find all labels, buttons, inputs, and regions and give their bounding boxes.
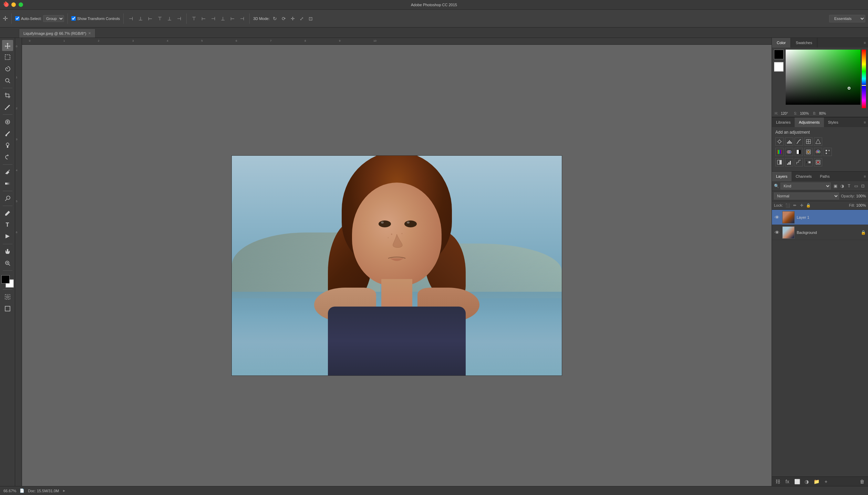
filter-pixel-btn[interactable]: ▣ xyxy=(832,183,838,189)
layer-visibility-icon[interactable]: 👁 xyxy=(774,229,780,236)
brush-tool-btn[interactable] xyxy=(2,128,13,139)
tab-layers[interactable]: Layers xyxy=(772,172,792,181)
marquee-tool-btn[interactable] xyxy=(2,52,13,63)
canvas-area[interactable]: 0 1 2 3 4 5 6 7 8 9 10 0 1 2 3 4 5 xyxy=(15,38,772,486)
pen-tool-btn[interactable] xyxy=(2,208,13,219)
adj-colorbalance-btn[interactable] xyxy=(785,148,793,156)
add-mask-btn[interactable]: ⬜ xyxy=(793,478,801,485)
layers-panel-options[interactable]: ≡ xyxy=(862,172,868,181)
distribute-bottom-btn[interactable]: ⊣ xyxy=(238,15,246,22)
foreground-color-swatch[interactable] xyxy=(1,275,10,283)
add-layer-style-btn[interactable]: fx xyxy=(784,478,791,485)
new-fill-adjustment-btn[interactable]: ◑ xyxy=(803,478,810,485)
tab-swatches[interactable]: Swatches xyxy=(791,38,817,48)
layers-kind-filter[interactable]: Kind Name Effect Mode xyxy=(781,183,831,189)
move-tool-btn[interactable] xyxy=(2,40,13,51)
align-bottom-btn[interactable]: ⊣ xyxy=(175,15,183,22)
blend-mode-dropdown[interactable]: Normal Dissolve Multiply Screen Overlay xyxy=(774,193,839,199)
layer-row[interactable]: 👁 Layer 1 xyxy=(772,210,868,225)
new-group-btn[interactable]: 📁 xyxy=(813,478,820,485)
path-select-tool-btn[interactable] xyxy=(2,231,13,242)
screen-mode-btn[interactable] xyxy=(2,303,13,314)
adj-channel-mixer-btn[interactable] xyxy=(814,148,822,156)
filter-adjust-btn[interactable]: ◑ xyxy=(839,183,845,189)
eyedropper-tool-btn[interactable] xyxy=(2,102,13,113)
auto-select-checkbox[interactable] xyxy=(15,16,20,21)
distribute-middle-v-btn[interactable]: ⊢ xyxy=(229,15,236,22)
3d-pan-btn[interactable]: ✛ xyxy=(289,15,297,22)
adj-color-lookup-btn[interactable] xyxy=(824,148,832,156)
adj-photo-filter-btn[interactable] xyxy=(804,148,813,156)
adj-exposure-btn[interactable] xyxy=(804,137,813,146)
distribute-right-btn[interactable]: ⊣ xyxy=(209,15,217,22)
lasso-tool-btn[interactable] xyxy=(2,63,13,74)
distribute-left-btn[interactable]: ⊤ xyxy=(190,15,198,22)
layer-row[interactable]: 👁 Background 🔒 xyxy=(772,225,868,240)
3d-rotate-btn[interactable]: ↻ xyxy=(271,15,279,22)
gradient-tool-btn[interactable] xyxy=(2,178,13,189)
align-right-btn[interactable]: ⊢ xyxy=(146,15,154,22)
auto-select-dropdown[interactable]: Group Layer xyxy=(43,15,64,22)
maximize-button[interactable] xyxy=(19,2,23,7)
color-spectrum-main[interactable] xyxy=(786,50,860,105)
link-layers-btn[interactable]: ⛓ xyxy=(774,478,782,485)
type-tool-btn[interactable]: T xyxy=(2,219,13,230)
tab-adjustments[interactable]: Adjustments xyxy=(795,117,824,127)
lock-image-btn[interactable]: ✏ xyxy=(792,203,797,208)
3d-slide-btn[interactable]: ⤢ xyxy=(298,15,306,22)
transform-controls-label[interactable]: Show Transform Controls xyxy=(71,16,120,21)
adj-selective-color-btn[interactable] xyxy=(814,158,822,166)
filter-shape-btn[interactable]: ▭ xyxy=(853,183,859,189)
filter-smart-btn[interactable]: ⊡ xyxy=(860,183,866,189)
adj-invert-btn[interactable] xyxy=(775,158,784,166)
stamp-tool-btn[interactable] xyxy=(2,140,13,151)
adj-threshold-btn[interactable] xyxy=(795,158,803,166)
tab-color[interactable]: Color xyxy=(772,38,791,48)
tab-channels[interactable]: Channels xyxy=(792,172,816,181)
tab-close-btn[interactable]: ✕ xyxy=(88,31,91,35)
adj-posterize-btn[interactable] xyxy=(785,158,793,166)
color-b-value[interactable]: 80% xyxy=(819,112,829,115)
quick-mask-btn[interactable] xyxy=(2,291,13,302)
foreground-color-chip[interactable] xyxy=(774,50,784,59)
adj-brightness-btn[interactable] xyxy=(775,137,784,146)
hue-bar[interactable] xyxy=(862,50,866,108)
document-tab[interactable]: LiquifyImage.jpeg @ 66.7% (RGB/8*) ✕ xyxy=(19,29,95,38)
new-layer-btn[interactable]: + xyxy=(822,478,830,485)
quick-select-tool-btn[interactable] xyxy=(2,75,13,86)
zoom-tool-btn[interactable] xyxy=(2,258,13,269)
align-top-btn[interactable]: ⊤ xyxy=(156,15,164,22)
tab-libraries[interactable]: Libraries xyxy=(772,117,795,127)
hand-tool-btn[interactable] xyxy=(2,246,13,257)
eraser-tool-btn[interactable] xyxy=(2,166,13,177)
adj-levels-btn[interactable] xyxy=(785,137,793,146)
panel-pin-btn[interactable]: 📌 xyxy=(3,1,7,5)
status-expand-btn[interactable]: ► xyxy=(62,489,66,493)
color-panel-options[interactable]: ≡ xyxy=(862,38,868,48)
color-s-value[interactable]: 100% xyxy=(800,112,810,115)
layer-visibility-icon[interactable]: 👁 xyxy=(774,214,780,220)
adj-bw-btn[interactable] xyxy=(795,148,803,156)
align-left-btn[interactable]: ⊣ xyxy=(127,15,135,22)
healing-tool-btn[interactable] xyxy=(2,116,13,127)
adj-hsl-btn[interactable] xyxy=(775,148,784,156)
adj-gradient-map-btn[interactable] xyxy=(804,158,813,166)
lock-position-btn[interactable]: ✛ xyxy=(799,203,804,208)
background-color-chip[interactable] xyxy=(774,62,784,72)
transform-controls-checkbox[interactable] xyxy=(71,16,76,21)
canvas-container[interactable] xyxy=(22,45,772,486)
crop-tool-btn[interactable] xyxy=(2,90,13,101)
delete-layer-btn[interactable]: 🗑 xyxy=(858,478,866,485)
dodge-tool-btn[interactable] xyxy=(2,193,13,204)
distribute-top-btn[interactable]: ⊥ xyxy=(219,15,227,22)
minimize-button[interactable] xyxy=(11,2,16,7)
tab-styles[interactable]: Styles xyxy=(824,117,843,127)
lock-all-btn[interactable]: 🔒 xyxy=(806,203,811,208)
lock-transparent-btn[interactable]: ⬛ xyxy=(785,203,790,208)
adjustments-panel-options[interactable]: ≡ xyxy=(862,117,868,127)
color-h-value[interactable]: 120° xyxy=(781,112,791,115)
canvas-image[interactable] xyxy=(231,155,562,376)
distribute-center-h-btn[interactable]: ⊢ xyxy=(200,15,207,22)
adj-curves-btn[interactable] xyxy=(795,137,803,146)
align-middle-v-btn[interactable]: ⊥ xyxy=(166,15,173,22)
